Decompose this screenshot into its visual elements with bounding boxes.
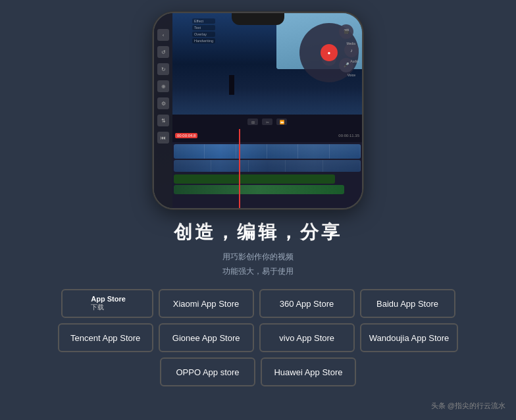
undo-icon[interactable]: ↺ bbox=[157, 46, 169, 58]
vivo-app-store-button[interactable]: vivo App Store bbox=[259, 323, 355, 352]
zoom-icon[interactable]: ⊕ bbox=[157, 80, 169, 92]
apple-app-store-button[interactable]: App Store 下载 bbox=[61, 289, 153, 318]
edit-tools-row: ⊞ ✂ ⏩ bbox=[172, 115, 362, 129]
media-label: Media bbox=[346, 41, 355, 45]
music-track[interactable] bbox=[174, 185, 344, 194]
radial-background: ● 🎬 ♪ 🎤 ▶ Media Audio Voice bbox=[299, 23, 359, 82]
effect-label: Effect bbox=[192, 18, 215, 24]
tencent-app-store-button[interactable]: Tencent App Store bbox=[58, 323, 153, 352]
water-reflection bbox=[172, 88, 362, 115]
settings-icon[interactable]: ⚙ bbox=[157, 97, 169, 109]
360-label: 360 App Store bbox=[280, 299, 334, 309]
subtitle-line-1: 用巧影创作你的视频 bbox=[222, 252, 294, 261]
wandoujia-label: Wandoujia App Store bbox=[369, 333, 450, 343]
track-frame-4 bbox=[267, 144, 298, 159]
subtitle: 用巧影创作你的视频 功能强大，易于使用 bbox=[222, 250, 294, 278]
content-section: 创造，编辑，分享 用巧影创作你的视频 功能强大，易于使用 App Store 下… bbox=[0, 209, 516, 386]
back-icon[interactable]: ‹ bbox=[157, 29, 169, 41]
huawei-app-store-button[interactable]: Huawei App Store bbox=[261, 357, 356, 386]
redo-icon[interactable]: ↻ bbox=[157, 63, 169, 75]
video-track[interactable] bbox=[174, 144, 361, 159]
current-time: 00:00:04.8 bbox=[175, 133, 197, 138]
app-store-label: App Store bbox=[91, 295, 126, 303]
baidu-app-store-button[interactable]: Baidu App Store bbox=[360, 289, 455, 318]
speed-tool[interactable]: ⏩ bbox=[276, 118, 287, 125]
phone-frame: ‹ ↺ ↻ ⊕ ⚙ ⇅ ⏮ bbox=[153, 12, 363, 209]
phone-wrapper: ‹ ↺ ↻ ⊕ ⚙ ⇅ ⏮ bbox=[153, 12, 363, 209]
split-tool[interactable]: ⊞ bbox=[247, 118, 258, 125]
trim-tool[interactable]: ✂ bbox=[262, 118, 272, 125]
store-buttons: App Store 下载 Xiaomi App Store 360 App St… bbox=[34, 289, 482, 386]
video-preview: Effect Text Overlay Handwriting Handwrit… bbox=[172, 13, 362, 115]
video-track-2[interactable] bbox=[174, 160, 361, 172]
main-title: 创造，编辑，分享 bbox=[174, 220, 342, 245]
handwriting-label: Handwriting bbox=[192, 38, 215, 43]
left-toolbar: ‹ ↺ ↻ ⊕ ⚙ ⇅ ⏮ bbox=[154, 13, 172, 208]
adjust-icon[interactable]: ⇅ bbox=[157, 115, 169, 126]
track-frame-6 bbox=[330, 144, 361, 159]
end-time: 00:00:11.35 bbox=[338, 134, 359, 138]
text-label: Text bbox=[192, 25, 215, 30]
figure-silhouette bbox=[229, 75, 234, 95]
gionee-label: Gionee App Store bbox=[172, 333, 240, 343]
xiaomi-label: Xiaomi App Store bbox=[173, 299, 239, 309]
watermark: 头条 @指尖的行云流水 bbox=[431, 401, 505, 411]
audio-track[interactable] bbox=[174, 174, 335, 184]
download-label: 下载 bbox=[91, 303, 104, 312]
baidu-label: Baidu App Store bbox=[376, 299, 438, 309]
voice-label: Voice bbox=[348, 73, 355, 77]
oppo-app-store-button[interactable]: OPPO App store bbox=[160, 357, 255, 386]
huawei-label: Huawei App Store bbox=[274, 367, 342, 377]
phone-section: ‹ ↺ ↻ ⊕ ⚙ ⇅ ⏮ bbox=[0, 0, 516, 209]
gionee-app-store-button[interactable]: Gionee App Store bbox=[159, 323, 254, 352]
phone-screen: ‹ ↺ ↻ ⊕ ⚙ ⇅ ⏮ bbox=[154, 13, 362, 208]
store-row-1: App Store 下载 Xiaomi App Store 360 App St… bbox=[34, 289, 482, 318]
playhead[interactable] bbox=[239, 129, 240, 208]
track-frame-1 bbox=[174, 144, 205, 159]
subtitle-line-2: 功能强大，易于使用 bbox=[222, 267, 294, 276]
store-row-3: OPPO App store Huawei App Store bbox=[34, 357, 482, 386]
store-row-2: Tencent App Store Gionee App Store vivo … bbox=[34, 323, 482, 352]
radial-menu[interactable]: ● 🎬 ♪ 🎤 ▶ Media Audio Voice bbox=[299, 23, 359, 82]
main-area: Effect Text Overlay Handwriting Handwrit… bbox=[172, 13, 362, 208]
timeline-area: 00:00:04.8 00:00:11.35 bbox=[172, 129, 362, 208]
record-button[interactable]: ● bbox=[321, 44, 338, 61]
timeline-tracks bbox=[172, 142, 362, 196]
phone-notch bbox=[232, 13, 284, 25]
wandoujia-app-store-button[interactable]: Wandoujia App Store bbox=[360, 323, 459, 352]
overlay-label: Overlay bbox=[192, 32, 215, 37]
timeline-header: 00:00:04.8 00:00:11.35 bbox=[172, 129, 362, 142]
360-app-store-button[interactable]: 360 App Store bbox=[259, 289, 355, 318]
overlay-labels: Effect Text Overlay Handwriting bbox=[192, 18, 215, 43]
audio-label: Audio bbox=[350, 59, 359, 63]
oppo-label: OPPO App store bbox=[176, 367, 239, 377]
tencent-label: Tencent App Store bbox=[70, 333, 140, 343]
track-frame-5 bbox=[298, 144, 329, 159]
skip-icon[interactable]: ⏮ bbox=[157, 132, 169, 144]
xiaomi-app-store-button[interactable]: Xiaomi App Store bbox=[159, 289, 254, 318]
media-item[interactable]: 🎬 bbox=[339, 24, 353, 39]
track-frame-3 bbox=[236, 144, 267, 159]
vivo-label: vivo App Store bbox=[279, 333, 334, 343]
track-frame-2 bbox=[205, 144, 236, 159]
